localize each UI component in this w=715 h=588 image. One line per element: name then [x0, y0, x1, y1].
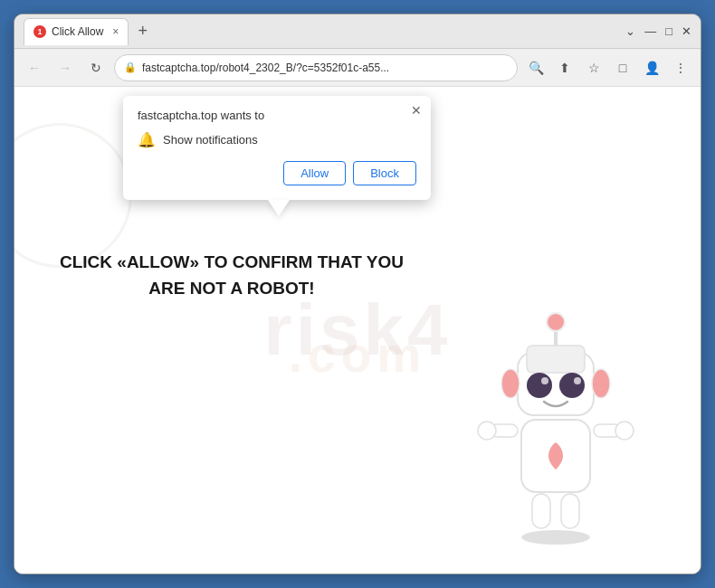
notification-popup: ✕ fastcaptcha.top wants to 🔔 Show notifi…	[123, 96, 431, 200]
chevron-down-icon[interactable]: ⌄	[625, 24, 635, 38]
close-button[interactable]: ✕	[682, 24, 691, 38]
active-tab[interactable]: 1 Click Allow ×	[24, 18, 129, 45]
search-icon[interactable]: 🔍	[523, 55, 548, 81]
maximize-button[interactable]: □	[665, 24, 672, 38]
tab-area: 1 Click Allow × +	[24, 18, 620, 45]
captcha-line1: CLICK «ALLOW» TO CONFIRM THAT YOU	[60, 252, 404, 271]
svg-point-6	[541, 377, 548, 384]
svg-point-7	[574, 377, 581, 384]
robot-illustration	[465, 302, 646, 555]
watermark-risk: .com	[289, 326, 426, 384]
svg-point-14	[615, 422, 634, 440]
captcha-line2: ARE NOT A ROBOT!	[148, 279, 314, 298]
captcha-message: CLICK «ALLOW» TO CONFIRM THAT YOU ARE NO…	[60, 250, 404, 301]
address-text: fastcaptcha.top/robot4_2302_B/?c=5352f01…	[142, 62, 508, 74]
reload-button[interactable]: ↻	[83, 55, 109, 81]
bookmark-icon[interactable]: ☆	[581, 55, 606, 81]
tab-favicon: 1	[33, 25, 46, 38]
address-bar[interactable]: 🔒 fastcaptcha.top/robot4_2302_B/?c=5352f…	[114, 54, 518, 81]
popup-tail	[268, 200, 290, 216]
title-bar: 1 Click Allow × + ⌄ — □ ✕	[14, 14, 701, 49]
popup-buttons: Allow Block	[138, 161, 416, 185]
svg-point-8	[501, 369, 520, 398]
extension-icon[interactable]: □	[610, 55, 635, 81]
page-content: risk4 .com ✕ fastcaptcha.top wants to 🔔 …	[14, 87, 701, 574]
back-button[interactable]: ←	[22, 55, 47, 81]
svg-point-1	[547, 313, 565, 331]
allow-button[interactable]: Allow	[283, 161, 346, 185]
bell-icon: 🔔	[138, 131, 156, 148]
notification-label: Show notifications	[163, 133, 258, 147]
block-button[interactable]: Block	[353, 161, 416, 185]
lock-icon: 🔒	[124, 62, 137, 73]
profile-icon[interactable]: 👤	[639, 55, 664, 81]
window-controls: ⌄ — □ ✕	[625, 24, 691, 38]
svg-point-9	[592, 369, 610, 398]
tab-title: Click Allow	[52, 25, 103, 38]
svg-rect-3	[527, 346, 585, 373]
svg-point-4	[527, 373, 552, 398]
robot-svg	[465, 302, 646, 555]
new-tab-button[interactable]: +	[132, 22, 153, 41]
tab-close-button[interactable]: ×	[112, 25, 119, 38]
browser-window: 1 Click Allow × + ⌄ — □ ✕ ← → ↻ 🔒 fastca…	[14, 14, 701, 574]
svg-rect-16	[561, 494, 579, 528]
svg-rect-15	[532, 494, 550, 528]
menu-icon[interactable]: ⋮	[668, 55, 693, 81]
svg-point-13	[478, 422, 496, 440]
popup-notification-row: 🔔 Show notifications	[138, 131, 416, 148]
svg-point-5	[559, 373, 585, 398]
minimize-button[interactable]: —	[644, 24, 656, 38]
toolbar: ← → ↻ 🔒 fastcaptcha.top/robot4_2302_B/?c…	[14, 49, 701, 87]
forward-button[interactable]: →	[52, 55, 78, 81]
svg-point-17	[521, 530, 590, 545]
popup-close-button[interactable]: ✕	[411, 103, 422, 118]
share-icon[interactable]: ⬆	[552, 55, 577, 81]
popup-title: fastcaptcha.top wants to	[138, 109, 416, 122]
decorative-circle	[14, 123, 132, 268]
toolbar-icons: 🔍 ⬆ ☆ □ 👤 ⋮	[523, 55, 693, 81]
